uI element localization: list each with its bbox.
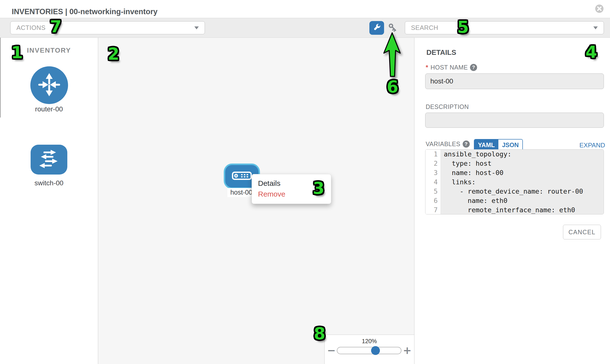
zoom-in-button[interactable]: + bbox=[403, 346, 411, 355]
wrench-icon bbox=[372, 23, 381, 33]
annotation-6: 6 bbox=[387, 79, 398, 95]
editor-line: 4 links: bbox=[426, 178, 604, 187]
details-heading: DETAILS bbox=[427, 49, 456, 57]
close-icon[interactable] bbox=[595, 4, 604, 13]
zoom-slider-thumb[interactable] bbox=[371, 346, 380, 355]
annotation-8: 8 bbox=[314, 325, 325, 342]
editor-line: 7 remote_interface_name: eth0 bbox=[426, 205, 604, 214]
inventory-topology-app: INVENTORIES | 00-networking-inventory AC… bbox=[0, 0, 610, 364]
editor-line: 3 name: host-00 bbox=[426, 168, 604, 178]
switch-label: switch-00 bbox=[0, 179, 98, 187]
chevron-down-icon bbox=[593, 26, 598, 29]
variables-format-toggle: YAML JSON bbox=[474, 139, 523, 151]
device-switch-00[interactable] bbox=[31, 145, 67, 175]
annotation-3: 3 bbox=[313, 180, 324, 196]
yaml-toggle-button[interactable]: YAML bbox=[474, 140, 498, 150]
host-icon bbox=[232, 171, 252, 181]
editor-line: 1ansible_topology: bbox=[426, 150, 604, 159]
cancel-button[interactable]: CANCEL bbox=[563, 225, 601, 239]
topology-canvas[interactable]: host-00 Details Remove 120% − + bbox=[98, 38, 415, 364]
host-node-label: host-00 bbox=[227, 188, 255, 197]
details-panel: DETAILS * HOST NAME ? DESCRIPTION VARIAB… bbox=[415, 38, 610, 364]
header: INVENTORIES | 00-networking-inventory bbox=[0, 0, 610, 18]
toolbar: ACTIONS bbox=[0, 18, 610, 38]
annotation-1: 1 bbox=[11, 45, 23, 61]
annotation-arrow-icon bbox=[381, 30, 404, 80]
host-name-label: * HOST NAME ? bbox=[426, 64, 477, 71]
expand-link[interactable]: EXPAND bbox=[579, 142, 605, 149]
actions-dropdown[interactable]: ACTIONS bbox=[10, 21, 205, 34]
json-toggle-button[interactable]: JSON bbox=[498, 140, 522, 150]
zoom-control: 120% − + bbox=[324, 335, 414, 364]
editor-line: 6 name: eth0 bbox=[426, 196, 604, 205]
router-label: router-00 bbox=[0, 105, 98, 113]
help-icon[interactable]: ? bbox=[463, 141, 470, 148]
required-marker: * bbox=[426, 64, 428, 71]
editor-line: 5 - remote_device_name: router-00 bbox=[426, 187, 604, 196]
annotation-4: 4 bbox=[585, 44, 597, 60]
zoom-out-button[interactable]: − bbox=[327, 346, 335, 355]
zoom-slider[interactable] bbox=[337, 347, 402, 354]
annotation-5: 5 bbox=[457, 19, 469, 35]
device-router-00[interactable] bbox=[30, 66, 68, 104]
annotation-2: 2 bbox=[108, 46, 119, 62]
search-dropdown[interactable]: SEARCH bbox=[405, 21, 604, 34]
actions-dropdown-label: ACTIONS bbox=[16, 24, 46, 32]
help-icon[interactable]: ? bbox=[470, 64, 477, 71]
description-input[interactable] bbox=[425, 113, 604, 128]
search-dropdown-label: SEARCH bbox=[411, 24, 438, 32]
annotation-7: 7 bbox=[50, 19, 61, 35]
zoom-percent: 120% bbox=[324, 338, 414, 345]
variables-label: VARIABLES ? bbox=[426, 141, 470, 148]
variables-editor[interactable]: 1ansible_topology: 2 type: host 3 name: … bbox=[425, 149, 604, 214]
router-icon bbox=[36, 71, 63, 99]
host-name-input[interactable] bbox=[425, 73, 604, 89]
description-label: DESCRIPTION bbox=[426, 103, 469, 110]
switch-icon bbox=[36, 149, 62, 170]
inventory-sidebar: INVENTORY router-00 bbox=[0, 38, 98, 364]
chevron-down-icon bbox=[194, 26, 199, 29]
editor-line: 2 type: host bbox=[426, 159, 604, 168]
page-title: INVENTORIES | 00-networking-inventory bbox=[12, 7, 157, 16]
